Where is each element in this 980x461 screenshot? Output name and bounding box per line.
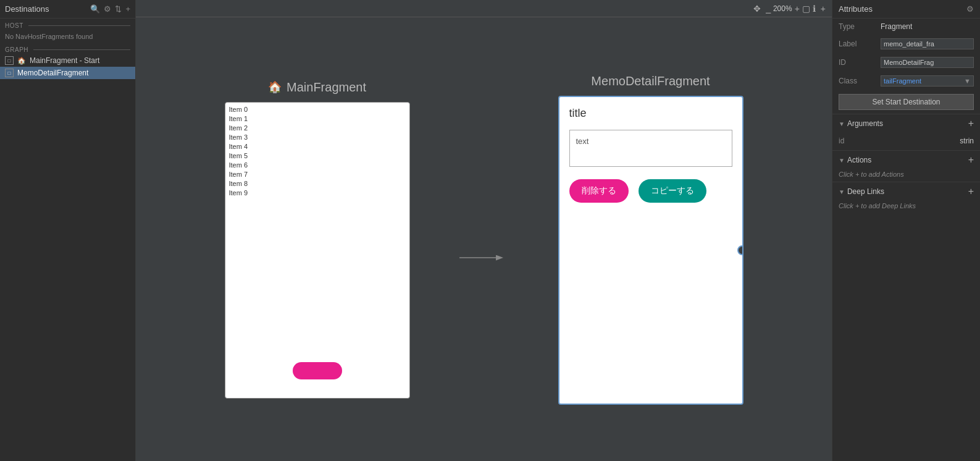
arg-id-val: strin [960, 137, 974, 145]
graph-section-label: GRAPH [0, 43, 135, 54]
sidebar-item-memo-detail[interactable]: □ MemoDetailFragment [0, 67, 135, 79]
home-icon-label: 🏠 [268, 80, 282, 94]
main-fragment-phone[interactable]: Item 0 Item 1 Item 2 Item 3 Item 4 Item … [225, 102, 410, 399]
list-item: Item 4 [228, 142, 407, 151]
detail-text-box: text [569, 130, 732, 167]
zoom-in-icon[interactable]: + [795, 4, 800, 14]
set-start-button[interactable]: Set Start Destination [839, 94, 974, 110]
chevron-down-icon: ▼ [964, 77, 971, 85]
no-host-text: No NavHostFragments found [0, 30, 135, 43]
delete-button[interactable]: 削除する [569, 179, 629, 203]
attributes-header: Attributes ⚙ [832, 0, 980, 19]
sidebar-item-label-main: MainFragment - Start [30, 56, 99, 65]
sidebar-item-main-fragment[interactable]: □ 🏠 MainFragment - Start [0, 54, 135, 67]
canvas-toolbar: ✥ ⎯ 200% + ▢ ℹ + [136, 0, 832, 17]
attr-type-row: Type Fragment [832, 19, 980, 35]
add-argument-button[interactable]: + [968, 118, 974, 129]
connection-dot[interactable] [737, 245, 743, 255]
zoom-out-icon[interactable]: ⎯ [766, 4, 771, 14]
sidebar-item-label-detail: MemoDetailFragment [17, 69, 88, 77]
list-item: Item 0 [228, 105, 407, 114]
gear-settings-icon[interactable]: ⚙ [966, 4, 974, 14]
navigation-arrow [459, 252, 509, 264]
deep-links-label: Deep Links [847, 187, 884, 196]
attr-class-select[interactable]: tailFragment ▼ [881, 75, 974, 87]
attr-id-value[interactable]: MemoDetailFrag [881, 57, 974, 68]
attr-class-label: Class [839, 77, 876, 85]
detail-fragment-title: MemoDetailFragment [591, 74, 710, 88]
main-fragment-title: MainFragment [287, 80, 366, 95]
attr-class-row: Class tailFragment ▼ [832, 72, 980, 90]
attr-type-value: Fragment [881, 22, 974, 31]
arguments-section-header: ▼ Arguments + [832, 114, 980, 133]
host-section-label: HOST [0, 19, 135, 30]
attr-label-label: Label [839, 40, 876, 48]
add-destination-icon[interactable]: + [821, 4, 826, 14]
home-icon: 🏠 [17, 57, 26, 65]
detail-buttons: 削除する コピーする [569, 179, 732, 203]
add-deep-link-button[interactable]: + [968, 186, 974, 197]
list-item: Item 2 [228, 124, 407, 132]
deep-links-click-add[interactable]: Click + to add Deep Links [832, 201, 980, 213]
gear-icon[interactable]: ⚙ [104, 4, 111, 14]
sidebar-title: Destinations [5, 4, 49, 14]
collapse-deep-links-icon[interactable]: ▼ [839, 188, 845, 195]
argument-row: id strin [839, 135, 974, 146]
add-icon[interactable]: + [125, 4, 130, 14]
arg-id-key: id [839, 137, 844, 145]
sidebar-toolbar-icons: 🔍 ⚙ ⇅ + [90, 4, 130, 14]
fit-screen-icon[interactable]: ✥ [753, 4, 761, 14]
detail-title: title [569, 107, 732, 120]
arguments-content: id strin [832, 133, 980, 150]
detail-text: text [576, 137, 589, 146]
list-item: Item 7 [228, 170, 407, 179]
sort-icon[interactable]: ⇅ [115, 4, 122, 14]
collapse-arguments-icon[interactable]: ▼ [839, 121, 845, 127]
fragment-icon-detail: □ [5, 69, 14, 77]
main-fragment-card: 🏠 MainFragment Item 0 Item 1 Item 2 Item… [225, 80, 410, 399]
copy-button[interactable]: コピーする [639, 179, 706, 203]
actions-label: Actions [847, 156, 871, 164]
zoom-controls: ⎯ 200% + ▢ ℹ [766, 4, 816, 14]
list-item: Item 6 [228, 161, 407, 169]
detail-fragment-label: MemoDetailFragment [591, 74, 710, 88]
list-item: Item 9 [228, 188, 407, 197]
collapse-actions-icon[interactable]: ▼ [839, 157, 845, 164]
search-icon[interactable]: 🔍 [90, 4, 100, 14]
add-action-button[interactable]: + [968, 154, 974, 166]
attr-id-row: ID MemoDetailFrag [832, 53, 980, 72]
main-canvas: ✥ ⎯ 200% + ▢ ℹ + 🏠 MainFragment Item 0 I… [136, 0, 832, 461]
zoom-level: 200% [773, 4, 792, 13]
main-list: Item 0 Item 1 Item 2 Item 3 Item 4 Item … [225, 103, 409, 200]
attr-label-value[interactable]: memo_detail_fra [881, 38, 974, 49]
list-item: Item 5 [228, 151, 407, 160]
list-item: Item 3 [228, 133, 407, 142]
actions-section-header: ▼ Actions + [832, 150, 980, 169]
attr-label-row: Label memo_detail_fra [832, 35, 980, 53]
detail-fragment-card: MemoDetailFragment title text 削除する コピーする [558, 74, 743, 405]
list-item: Item 1 [228, 114, 407, 123]
actions-click-add[interactable]: Click + to add Actions [832, 169, 980, 182]
fragment-icon-main: □ [5, 56, 14, 65]
list-item: Item 8 [228, 179, 407, 188]
arguments-label: Arguments [847, 119, 883, 128]
attr-class-value: tailFragment [884, 77, 921, 85]
detail-fragment-phone[interactable]: title text 削除する コピーする [558, 96, 743, 405]
deep-links-section-header: ▼ Deep Links + [832, 182, 980, 201]
fit-icon[interactable]: ▢ [802, 4, 810, 14]
sidebar: Destinations 🔍 ⚙ ⇅ + HOST No NavHostFrag… [0, 0, 136, 461]
info-icon[interactable]: ℹ [813, 4, 816, 14]
canvas-fragments: 🏠 MainFragment Item 0 Item 1 Item 2 Item… [225, 74, 743, 405]
attr-type-label: Type [839, 22, 876, 31]
attr-id-label: ID [839, 58, 876, 67]
attributes-title: Attributes [839, 4, 873, 14]
detail-content: title text 削除する コピーする [559, 97, 742, 213]
fab-button[interactable] [293, 362, 342, 379]
attributes-panel: Attributes ⚙ Type Fragment Label memo_de… [832, 0, 980, 461]
sidebar-header: Destinations 🔍 ⚙ ⇅ + [0, 0, 135, 19]
main-fragment-label: 🏠 MainFragment [268, 80, 366, 95]
